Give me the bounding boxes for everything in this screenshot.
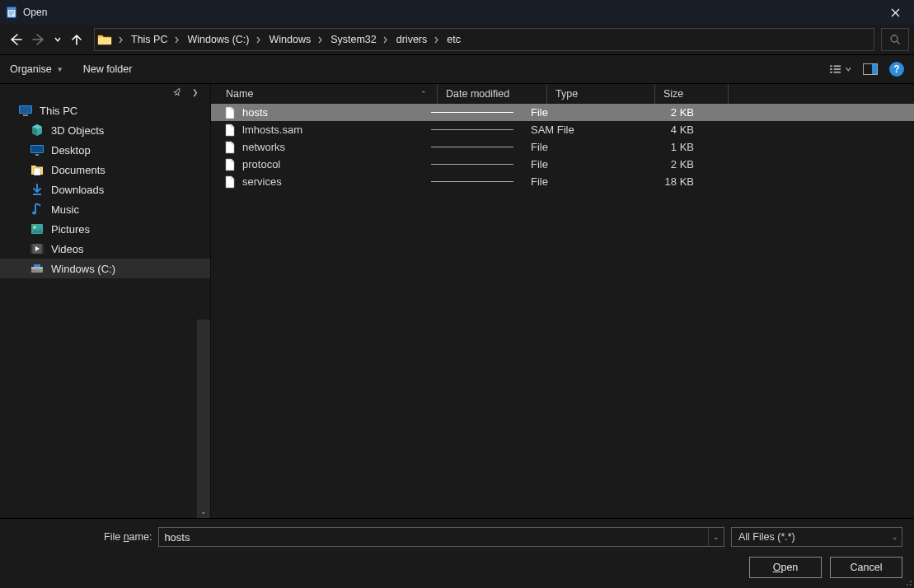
music-icon: [30, 203, 45, 216]
column-size[interactable]: Size: [655, 84, 729, 104]
sidebar-scrollbar[interactable]: ⌄: [197, 320, 210, 518]
breadcrumb-item[interactable]: Windows (C:): [182, 29, 252, 50]
breadcrumb-item[interactable]: System32: [326, 29, 380, 50]
svg-rect-17: [23, 114, 28, 116]
forward-button[interactable]: [28, 29, 49, 50]
breadcrumb-item[interactable]: Windows: [264, 29, 314, 50]
organise-button[interactable]: Organise ▼: [10, 63, 63, 75]
chevron-right-icon[interactable]: [171, 36, 182, 44]
svg-point-23: [32, 212, 36, 215]
breadcrumb[interactable]: This PC Windows (C:) Windows System32 dr…: [94, 28, 874, 51]
drive-icon: [30, 264, 45, 273]
chevron-right-icon[interactable]: [430, 36, 442, 44]
nav-bar: This PC Windows (C:) Windows System32 dr…: [0, 25, 914, 55]
picture-icon: [30, 223, 45, 235]
file-type: SAM File: [523, 124, 630, 136]
cube-icon: [30, 124, 45, 137]
breadcrumb-item[interactable]: This PC: [126, 29, 171, 50]
svg-rect-7: [830, 65, 832, 67]
svg-rect-10: [834, 65, 841, 67]
sidebar-item[interactable]: Videos: [0, 239, 210, 259]
svg-rect-14: [872, 64, 877, 74]
resize-grip[interactable]: [902, 576, 912, 586]
sidebar-item[interactable]: 3D Objects: [0, 120, 210, 140]
up-button[interactable]: [66, 29, 87, 50]
search-icon: [889, 34, 901, 45]
chevron-icon[interactable]: ❯: [192, 88, 199, 96]
svg-rect-20: [35, 154, 39, 156]
sidebar-item[interactable]: This PC: [0, 100, 210, 120]
filename-input[interactable]: [159, 531, 708, 544]
cancel-button[interactable]: Cancel: [830, 557, 902, 578]
file-type: File: [523, 175, 630, 188]
file-type: File: [523, 141, 630, 153]
file-row[interactable]: servicesFile18 KB: [211, 173, 914, 190]
view-options-button[interactable]: [830, 58, 851, 80]
chevron-right-icon[interactable]: [314, 36, 326, 44]
file-size: 1 KB: [630, 141, 701, 153]
sidebar-item-label: 3D Objects: [51, 124, 104, 137]
help-button[interactable]: ?: [889, 62, 904, 77]
sidebar-item[interactable]: Downloads: [0, 180, 210, 199]
column-type[interactable]: Type: [547, 84, 655, 104]
chevron-right-icon[interactable]: [252, 36, 264, 44]
back-button[interactable]: [5, 29, 26, 50]
title-bar: Open: [0, 0, 914, 25]
file-size: 4 KB: [630, 124, 701, 136]
file-icon: [224, 106, 236, 119]
file-size: 2 KB: [630, 106, 701, 119]
recent-dropdown[interactable]: [51, 29, 64, 50]
document-folder-icon: [30, 164, 45, 175]
column-headers: Name ⌃ Date modified Type Size: [211, 84, 914, 104]
svg-line-6: [897, 41, 900, 44]
svg-rect-27: [30, 244, 33, 254]
file-date: [422, 164, 523, 165]
window-title: Open: [23, 7, 47, 18]
column-name[interactable]: Name ⌃: [211, 84, 438, 104]
sidebar-item[interactable]: Documents: [0, 160, 210, 180]
bottom-panel: File name: ⌄ All Files (*.*) ⌄ Open Canc…: [0, 519, 914, 588]
filename-dropdown[interactable]: ⌄: [708, 528, 724, 546]
svg-rect-28: [42, 244, 45, 254]
svg-point-25: [34, 226, 36, 229]
open-button[interactable]: Open: [749, 557, 822, 578]
sidebar-item[interactable]: Desktop: [0, 140, 210, 160]
sidebar-item[interactable]: Windows (C:): [0, 259, 210, 278]
pin-icon[interactable]: [173, 86, 182, 99]
svg-rect-1: [7, 7, 16, 10]
svg-rect-8: [830, 68, 832, 70]
file-row[interactable]: lmhosts.samSAM File4 KB: [211, 121, 914, 138]
download-icon: [30, 184, 45, 195]
svg-point-35: [910, 581, 912, 582]
file-date: [422, 129, 523, 130]
column-date[interactable]: Date modified: [438, 84, 547, 104]
file-size: 18 KB: [630, 175, 701, 188]
scroll-down-icon[interactable]: ⌄: [197, 505, 210, 518]
svg-point-31: [40, 270, 42, 272]
sidebar-item[interactable]: Pictures: [0, 219, 210, 239]
breadcrumb-item[interactable]: etc: [442, 29, 464, 50]
sidebar-item-label: Windows (C:): [51, 263, 115, 275]
file-row[interactable]: protocolFile2 KB: [211, 156, 914, 173]
chevron-down-icon: ▼: [57, 66, 63, 73]
breadcrumb-item[interactable]: drivers: [391, 29, 431, 50]
chevron-right-icon[interactable]: [380, 36, 391, 44]
sidebar-item[interactable]: Music: [0, 199, 210, 219]
filename-input-wrap: ⌄: [158, 527, 724, 547]
desktop-icon: [30, 144, 45, 156]
toolbar: Organise ▼ New folder ?: [0, 55, 914, 84]
close-button[interactable]: [876, 0, 914, 25]
new-folder-button[interactable]: New folder: [83, 63, 133, 75]
preview-pane-button[interactable]: [860, 58, 881, 80]
file-type-filter[interactable]: All Files (*.*) ⌄: [731, 527, 902, 547]
file-name: hosts: [242, 106, 268, 119]
svg-rect-9: [830, 72, 832, 73]
notepad-icon: [5, 6, 18, 19]
file-row[interactable]: networksFile1 KB: [211, 138, 914, 156]
chevron-right-icon[interactable]: [115, 36, 126, 44]
search-input[interactable]: [881, 28, 909, 51]
chevron-down-icon: ⌄: [892, 533, 898, 541]
sidebar-item-label: Pictures: [51, 223, 90, 236]
file-list: Name ⌃ Date modified Type Size hostsFile…: [211, 84, 914, 518]
file-row[interactable]: hostsFile2 KB: [211, 104, 914, 121]
